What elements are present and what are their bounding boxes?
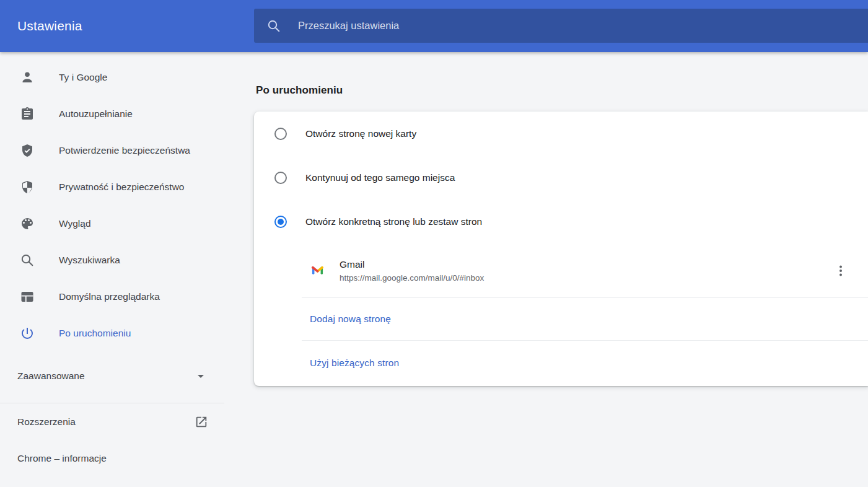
option-label: Otwórz konkretną stronę lub zestaw stron [305,216,482,227]
startup-page-row: Gmail https://mail.google.com/mail/u/0/#… [254,244,868,297]
sidebar-item-people[interactable]: Ty i Google [0,59,224,95]
option-label: Kontynuuj od tego samego miejsca [305,172,455,183]
sidebar-item-label: Wygląd [59,218,91,229]
sidebar-item-label: Autouzupełnianie [59,108,133,120]
browser-icon [20,289,35,304]
startup-page-url: https://mail.google.com/mail/u/0/#inbox [340,273,484,283]
search-icon [20,253,35,268]
sidebar-item-label: Prywatność i bezpieczeństwo [59,182,184,193]
app-header: Ustawienia Przeszukaj ustawienia [0,0,868,52]
sidebar-item-label: Po uruchomieniu [59,328,131,339]
use-current-pages-button[interactable]: Użyj bieżących stron [254,341,868,385]
on-startup-card: Otwórz stronę nowej karty Kontynuuj od t… [254,112,868,386]
add-new-page-button[interactable]: Dodaj nową stronę [254,298,868,340]
section-title: Po uruchomieniu [256,84,343,97]
sidebar-item-about-chrome[interactable]: Chrome – informacje [0,440,224,476]
use-current-pages-label: Użyj bieżących stron [310,358,399,369]
add-new-page-label: Dodaj nową stronę [310,314,391,325]
sidebar-item-default-browser[interactable]: Domyślna przeglądarka [0,278,224,315]
chrome-settings-page: Ustawienia Przeszukaj ustawienia Ty i Go… [0,0,868,487]
extensions-label: Rozszerzenia [17,416,76,428]
gmail-icon [311,264,324,277]
sidebar-item-label: Domyślna przeglądarka [59,291,160,302]
settings-search-input[interactable]: Przeszukaj ustawienia [254,9,868,43]
more-options-button[interactable] [833,263,849,279]
advanced-label: Zaawansowane [17,371,85,382]
sidebar-advanced-toggle[interactable]: Zaawansowane [0,358,224,394]
option-label: Otwórz stronę nowej karty [305,128,416,139]
option-continue-where-left-off[interactable]: Kontynuuj od tego samego miejsca [254,156,868,200]
sidebar-item-extensions[interactable]: Rozszerzenia [0,403,224,440]
autofill-icon [20,107,35,121]
palette-icon [20,216,35,231]
chevron-down-icon [193,369,208,384]
startup-page-title: Gmail [340,259,484,270]
sidebar-item-safety-check[interactable]: Potwierdzenie bezpieczeństwa [0,132,224,169]
search-icon [266,19,281,33]
search-placeholder: Przeszukaj ustawienia [298,20,399,32]
sidebar-item-label: Wyszukiwarka [59,255,120,266]
more-vert-icon [833,263,848,278]
about-label: Chrome – informacje [17,453,107,464]
option-open-specific-pages[interactable]: Otwórz konkretną stronę lub zestaw stron [254,200,868,244]
page-title: Ustawienia [17,19,82,33]
option-open-new-tab[interactable]: Otwórz stronę nowej karty [254,112,868,156]
radio-unchecked-icon[interactable] [274,128,287,140]
sidebar-item-on-startup[interactable]: Po uruchomieniu [0,315,224,351]
power-icon [20,326,35,341]
sidebar-item-privacy[interactable]: Prywatność i bezpieczeństwo [0,169,224,205]
sidebar-item-appearance[interactable]: Wygląd [0,205,224,242]
open-in-new-icon [195,415,208,429]
settings-sidebar: Ty i Google Autouzupełnianie Potwierdzen… [0,52,224,476]
sidebar-item-search-engine[interactable]: Wyszukiwarka [0,242,224,278]
sidebar-item-autofill[interactable]: Autouzupełnianie [0,95,224,132]
sidebar-item-label: Ty i Google [59,72,107,83]
person-icon [20,70,35,85]
radio-unchecked-icon[interactable] [274,172,287,184]
radio-checked-icon[interactable] [274,216,287,228]
safety-check-icon [20,143,35,158]
security-shield-icon [20,180,35,195]
sidebar-item-label: Potwierdzenie bezpieczeństwa [59,145,190,156]
startup-page-info: Gmail https://mail.google.com/mail/u/0/#… [340,259,484,283]
main-content: Po uruchomieniu Otwórz stronę nowej kart… [254,52,868,487]
